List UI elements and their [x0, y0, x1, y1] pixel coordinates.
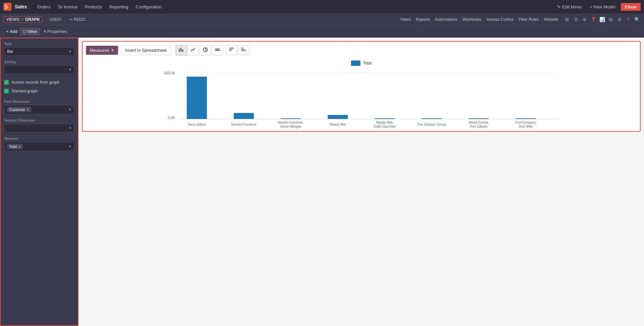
second-bar-right: Views Reports Automations Webhooks Acces… — [400, 16, 641, 23]
pin-icon[interactable]: 📍 — [590, 16, 597, 23]
second-dimension-section: Second dimension — [4, 118, 75, 132]
nav-views[interactable]: Views — [400, 17, 411, 22]
insert-spreadsheet-btn[interactable]: Insert in Spreadsheet — [121, 45, 171, 55]
main-layout: Type Bar Sorting Access records from gra… — [0, 38, 644, 326]
top-nav-items: Orders To Invoice Products Reporting Con… — [34, 3, 165, 11]
svg-text:Oscar Morgan: Oscar Morgan — [280, 125, 301, 128]
view-icon-group: ⊞ ☰ ⊕ 📍 📊 ⊞ ⚙ ⊤ 🔍 — [563, 16, 641, 23]
measures-button[interactable]: Measures ▼ — [86, 46, 118, 55]
nav-orders[interactable]: Orders — [34, 3, 54, 11]
bar-chart-svg: 500.0k 0.00 — [86, 69, 637, 130]
sort-asc-btn[interactable] — [238, 45, 249, 55]
pie-chart-btn[interactable] — [200, 45, 211, 55]
chart-type-group — [176, 45, 223, 55]
first-dimension-arrow: ▼ — [68, 108, 71, 111]
svg-text:S: S — [4, 4, 8, 10]
top-nav: S Sales Orders To Invoice Products Repor… — [0, 0, 644, 13]
stacked-chart-btn[interactable] — [212, 45, 223, 55]
nav-reporting[interactable]: Reporting — [106, 3, 132, 11]
svg-text:Ready Mat: Ready Mat — [330, 123, 346, 126]
nav-filter-rules[interactable]: Filter Rules — [518, 17, 539, 22]
nav-products[interactable]: Products — [82, 3, 105, 11]
measure-section: Measure Total ✕ ▼ — [4, 136, 75, 151]
first-dimension-section: First dimension Customer ✕ ▼ — [4, 99, 75, 114]
measure-select[interactable]: Total ✕ ▼ — [4, 142, 75, 151]
legend-color-box — [351, 60, 360, 66]
type-select[interactable]: Bar — [4, 47, 75, 56]
stacked-graph-checkbox-row: Stacked graph — [4, 87, 75, 95]
bar-yourcompany — [516, 118, 536, 119]
breadcrumb-current: GRAPH — [25, 17, 40, 22]
bar-jackson — [422, 118, 442, 119]
add-btn[interactable]: + Add — [3, 28, 20, 35]
svg-rect-8 — [215, 50, 220, 51]
svg-line-7 — [205, 50, 207, 51]
undo-redo: UNDO | ↪ REDO — [49, 17, 85, 22]
bar-chart-btn[interactable] — [176, 45, 187, 55]
measure-arrow: ▼ — [68, 145, 71, 148]
sort-group — [226, 45, 249, 55]
nav-webhooks[interactable]: Webhooks — [462, 17, 481, 22]
sorting-section: Sorting — [4, 60, 75, 74]
redo-btn[interactable]: ↪ REDO — [69, 17, 86, 22]
properties-tab-icon: ≡ — [43, 29, 46, 34]
access-records-checkbox[interactable] — [4, 80, 9, 85]
chart-area: Total 500.0k 0.00 — [86, 60, 637, 128]
nav-access-control[interactable]: Access Control — [486, 17, 513, 22]
content-area: Measures ▼ Insert in Spreadsheet — [79, 38, 644, 326]
line-chart-btn[interactable] — [188, 45, 199, 55]
sorting-select[interactable] — [4, 65, 75, 74]
first-dimension-remove[interactable]: ✕ — [27, 108, 29, 112]
list-icon[interactable]: ⊞ — [563, 16, 571, 23]
bar-gemini-oscar — [281, 118, 301, 119]
svg-text:Ron Gibson: Ron Gibson — [470, 125, 488, 128]
stacked-graph-checkbox[interactable] — [4, 89, 9, 93]
nav-automations[interactable]: Automations — [435, 17, 457, 22]
settings-icon[interactable]: ⚙ — [616, 16, 623, 23]
nav-reports[interactable]: Reports — [416, 17, 430, 22]
undo-btn[interactable]: UNDO — [49, 17, 61, 22]
type-select-wrapper: Bar — [4, 47, 75, 56]
chart-icon[interactable]: 📊 — [598, 16, 606, 23]
close-btn[interactable]: Close — [621, 3, 641, 11]
measures-label: Measures — [90, 48, 109, 53]
sort-desc-btn[interactable] — [226, 45, 237, 55]
first-dimension-select[interactable]: Customer ✕ ▼ — [4, 105, 75, 114]
nav-website[interactable]: Website — [544, 17, 558, 22]
stacked-graph-label: Stacked graph — [11, 89, 37, 93]
table-icon[interactable]: ☰ — [572, 16, 580, 23]
tab-properties[interactable]: ≡ Properties — [40, 28, 70, 35]
measure-remove[interactable]: ✕ — [18, 145, 21, 149]
map-icon[interactable]: ⊕ — [581, 16, 588, 23]
svg-rect-2 — [179, 49, 180, 52]
second-dimension-select[interactable] — [4, 124, 75, 132]
bar-gemini-furniture — [234, 113, 254, 119]
filter-icon[interactable]: ⊤ — [625, 16, 632, 23]
svg-text:0.00: 0.00 — [168, 116, 175, 120]
nav-configuration[interactable]: Configuration — [133, 3, 165, 11]
svg-rect-4 — [182, 49, 183, 52]
nav-to-invoice[interactable]: To Invoice — [54, 3, 81, 11]
graph-toolbar: Measures ▼ Insert in Spreadsheet — [86, 45, 637, 55]
tab-view[interactable]: □ View — [20, 28, 40, 35]
svg-text:Gemini Furniture: Gemini Furniture — [231, 123, 256, 126]
properties-tab-label: Properties — [47, 29, 67, 34]
type-section: Type Bar — [4, 42, 75, 56]
svg-rect-3 — [181, 48, 182, 52]
bar-deco-addict — [187, 77, 207, 119]
graph-container: Measures ▼ Insert in Spreadsheet — [82, 41, 641, 132]
bar-wood-corner — [469, 118, 489, 119]
search-icon[interactable]: 🔍 — [633, 16, 641, 23]
app-name: Sales — [15, 4, 27, 9]
breadcrumb-views[interactable]: VIEWS — [6, 17, 19, 22]
first-dimension-label: First dimension — [4, 99, 75, 104]
measure-value: Total — [9, 145, 17, 149]
view-tab-label: View — [27, 29, 37, 34]
new-model-btn[interactable]: + New Model — [587, 3, 618, 10]
svg-text:Edith Sanchez: Edith Sanchez — [374, 125, 396, 128]
spreadsheet-icon[interactable]: ⊞ — [607, 16, 614, 23]
edit-menu-btn[interactable]: ✎ Edit Menu — [554, 3, 584, 10]
svg-text:Ready Mat,: Ready Mat, — [376, 121, 393, 124]
second-dimension-select-wrapper — [4, 124, 75, 132]
svg-rect-9 — [215, 48, 220, 49]
